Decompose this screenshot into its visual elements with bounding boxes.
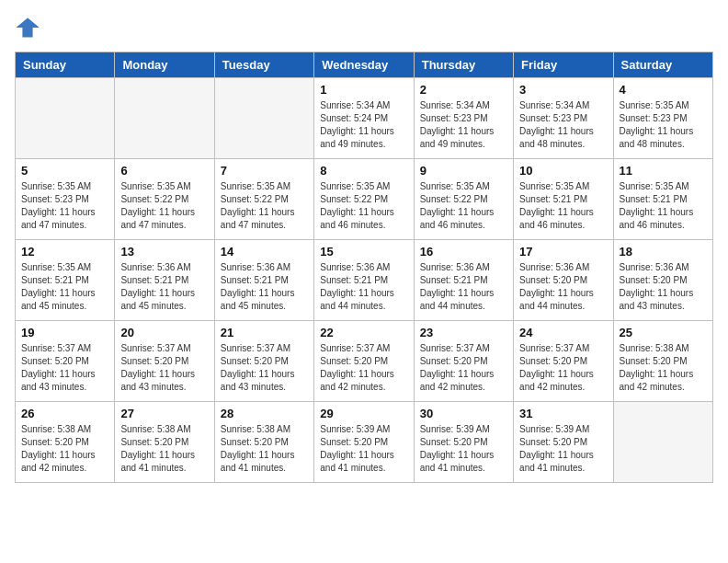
logo-icon bbox=[15, 15, 40, 40]
day-header-sunday: Sunday bbox=[16, 52, 115, 78]
day-header-monday: Monday bbox=[115, 52, 214, 78]
calendar-cell: 6Sunrise: 5:35 AMSunset: 5:22 PMDaylight… bbox=[115, 159, 214, 240]
calendar-cell bbox=[214, 78, 313, 159]
day-number: 13 bbox=[120, 245, 208, 259]
day-info: Sunrise: 5:35 AMSunset: 5:22 PMDaylight:… bbox=[320, 180, 407, 232]
day-info: Sunrise: 5:38 AMSunset: 5:20 PMDaylight:… bbox=[620, 342, 707, 394]
calendar-cell: 16Sunrise: 5:36 AMSunset: 5:21 PMDayligh… bbox=[414, 240, 513, 321]
day-info: Sunrise: 5:39 AMSunset: 5:20 PMDaylight:… bbox=[420, 423, 507, 475]
day-info: Sunrise: 5:35 AMSunset: 5:22 PMDaylight:… bbox=[420, 180, 507, 232]
day-info: Sunrise: 5:36 AMSunset: 5:21 PMDaylight:… bbox=[320, 261, 407, 313]
calendar-cell bbox=[115, 78, 214, 159]
day-info: Sunrise: 5:37 AMSunset: 5:20 PMDaylight:… bbox=[420, 342, 507, 394]
calendar-cell: 8Sunrise: 5:35 AMSunset: 5:22 PMDaylight… bbox=[314, 159, 414, 240]
day-info: Sunrise: 5:38 AMSunset: 5:20 PMDaylight:… bbox=[221, 423, 308, 475]
calendar-cell: 9Sunrise: 5:35 AMSunset: 5:22 PMDaylight… bbox=[414, 159, 513, 240]
day-number: 17 bbox=[519, 245, 607, 259]
day-number: 8 bbox=[320, 164, 407, 178]
day-info: Sunrise: 5:34 AMSunset: 5:24 PMDaylight:… bbox=[320, 99, 407, 151]
day-number: 28 bbox=[221, 407, 308, 420]
day-number: 19 bbox=[21, 326, 108, 339]
day-number: 4 bbox=[620, 83, 707, 97]
calendar-cell: 26Sunrise: 5:38 AMSunset: 5:20 PMDayligh… bbox=[16, 402, 115, 483]
page-header bbox=[15, 15, 713, 40]
calendar-cell: 14Sunrise: 5:36 AMSunset: 5:21 PMDayligh… bbox=[214, 240, 313, 321]
day-number: 30 bbox=[420, 407, 507, 420]
calendar-cell: 15Sunrise: 5:36 AMSunset: 5:21 PMDayligh… bbox=[314, 240, 414, 321]
calendar-cell: 22Sunrise: 5:37 AMSunset: 5:20 PMDayligh… bbox=[314, 321, 414, 402]
day-number: 31 bbox=[519, 407, 607, 420]
calendar-cell: 28Sunrise: 5:38 AMSunset: 5:20 PMDayligh… bbox=[214, 402, 313, 483]
day-number: 11 bbox=[620, 164, 707, 178]
day-header-tuesday: Tuesday bbox=[214, 52, 313, 78]
day-info: Sunrise: 5:36 AMSunset: 5:20 PMDaylight:… bbox=[519, 261, 607, 313]
calendar-cell: 3Sunrise: 5:34 AMSunset: 5:23 PMDaylight… bbox=[514, 78, 613, 159]
calendar-cell: 24Sunrise: 5:37 AMSunset: 5:20 PMDayligh… bbox=[514, 321, 613, 402]
day-info: Sunrise: 5:35 AMSunset: 5:21 PMDaylight:… bbox=[21, 261, 108, 313]
day-number: 22 bbox=[320, 326, 407, 339]
day-number: 7 bbox=[221, 164, 308, 178]
calendar-cell: 12Sunrise: 5:35 AMSunset: 5:21 PMDayligh… bbox=[16, 240, 115, 321]
calendar-cell: 13Sunrise: 5:36 AMSunset: 5:21 PMDayligh… bbox=[115, 240, 214, 321]
day-number: 16 bbox=[420, 245, 507, 259]
calendar-cell bbox=[16, 78, 115, 159]
day-info: Sunrise: 5:39 AMSunset: 5:20 PMDaylight:… bbox=[320, 423, 407, 475]
day-header-wednesday: Wednesday bbox=[314, 52, 414, 78]
day-number: 12 bbox=[21, 245, 108, 259]
day-info: Sunrise: 5:37 AMSunset: 5:20 PMDaylight:… bbox=[519, 342, 607, 394]
svg-marker-0 bbox=[16, 18, 39, 38]
day-number: 3 bbox=[519, 83, 607, 97]
day-number: 15 bbox=[320, 245, 407, 259]
day-number: 6 bbox=[120, 164, 208, 178]
day-number: 27 bbox=[120, 407, 208, 420]
day-number: 14 bbox=[221, 245, 308, 259]
day-number: 5 bbox=[21, 164, 108, 178]
logo bbox=[15, 15, 44, 40]
day-header-thursday: Thursday bbox=[414, 52, 513, 78]
calendar-cell: 20Sunrise: 5:37 AMSunset: 5:20 PMDayligh… bbox=[115, 321, 214, 402]
day-info: Sunrise: 5:37 AMSunset: 5:20 PMDaylight:… bbox=[21, 342, 108, 394]
day-number: 25 bbox=[620, 326, 707, 339]
calendar-cell: 29Sunrise: 5:39 AMSunset: 5:20 PMDayligh… bbox=[314, 402, 414, 483]
day-number: 1 bbox=[320, 83, 407, 97]
calendar-cell: 30Sunrise: 5:39 AMSunset: 5:20 PMDayligh… bbox=[414, 402, 513, 483]
day-info: Sunrise: 5:38 AMSunset: 5:20 PMDaylight:… bbox=[21, 423, 108, 475]
calendar-cell bbox=[613, 402, 712, 483]
calendar-week-row: 19Sunrise: 5:37 AMSunset: 5:20 PMDayligh… bbox=[16, 321, 713, 402]
calendar-cell: 7Sunrise: 5:35 AMSunset: 5:22 PMDaylight… bbox=[214, 159, 313, 240]
calendar-cell: 5Sunrise: 5:35 AMSunset: 5:23 PMDaylight… bbox=[16, 159, 115, 240]
day-info: Sunrise: 5:38 AMSunset: 5:20 PMDaylight:… bbox=[120, 423, 208, 475]
day-info: Sunrise: 5:39 AMSunset: 5:20 PMDaylight:… bbox=[519, 423, 607, 475]
day-info: Sunrise: 5:35 AMSunset: 5:21 PMDaylight:… bbox=[620, 180, 707, 232]
calendar-cell: 21Sunrise: 5:37 AMSunset: 5:20 PMDayligh… bbox=[214, 321, 313, 402]
day-number: 2 bbox=[420, 83, 507, 97]
day-info: Sunrise: 5:34 AMSunset: 5:23 PMDaylight:… bbox=[420, 99, 507, 151]
calendar-cell: 4Sunrise: 5:35 AMSunset: 5:23 PMDaylight… bbox=[613, 78, 712, 159]
day-number: 21 bbox=[221, 326, 308, 339]
day-info: Sunrise: 5:35 AMSunset: 5:21 PMDaylight:… bbox=[519, 180, 607, 232]
day-info: Sunrise: 5:36 AMSunset: 5:21 PMDaylight:… bbox=[221, 261, 308, 313]
calendar-header-row: SundayMondayTuesdayWednesdayThursdayFrid… bbox=[16, 52, 713, 78]
day-number: 29 bbox=[320, 407, 407, 420]
calendar-cell: 31Sunrise: 5:39 AMSunset: 5:20 PMDayligh… bbox=[514, 402, 613, 483]
calendar-week-row: 1Sunrise: 5:34 AMSunset: 5:24 PMDaylight… bbox=[16, 78, 713, 159]
calendar-cell: 19Sunrise: 5:37 AMSunset: 5:20 PMDayligh… bbox=[16, 321, 115, 402]
calendar-cell: 17Sunrise: 5:36 AMSunset: 5:20 PMDayligh… bbox=[514, 240, 613, 321]
day-info: Sunrise: 5:35 AMSunset: 5:23 PMDaylight:… bbox=[620, 99, 707, 151]
day-info: Sunrise: 5:36 AMSunset: 5:20 PMDaylight:… bbox=[620, 261, 707, 313]
calendar-cell: 27Sunrise: 5:38 AMSunset: 5:20 PMDayligh… bbox=[115, 402, 214, 483]
day-info: Sunrise: 5:37 AMSunset: 5:20 PMDaylight:… bbox=[320, 342, 407, 394]
calendar-cell: 18Sunrise: 5:36 AMSunset: 5:20 PMDayligh… bbox=[613, 240, 712, 321]
calendar-week-row: 12Sunrise: 5:35 AMSunset: 5:21 PMDayligh… bbox=[16, 240, 713, 321]
day-header-saturday: Saturday bbox=[613, 52, 712, 78]
day-number: 26 bbox=[21, 407, 108, 420]
day-number: 10 bbox=[519, 164, 607, 178]
day-info: Sunrise: 5:36 AMSunset: 5:21 PMDaylight:… bbox=[420, 261, 507, 313]
day-number: 18 bbox=[620, 245, 707, 259]
calendar-cell: 11Sunrise: 5:35 AMSunset: 5:21 PMDayligh… bbox=[613, 159, 712, 240]
day-header-friday: Friday bbox=[514, 52, 613, 78]
day-number: 23 bbox=[420, 326, 507, 339]
calendar-week-row: 5Sunrise: 5:35 AMSunset: 5:23 PMDaylight… bbox=[16, 159, 713, 240]
day-number: 9 bbox=[420, 164, 507, 178]
day-info: Sunrise: 5:36 AMSunset: 5:21 PMDaylight:… bbox=[120, 261, 208, 313]
